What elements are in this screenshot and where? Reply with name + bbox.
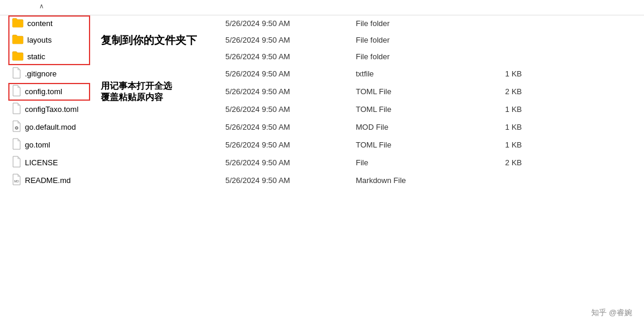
file-name-cell: configTaxo.toml [12, 102, 225, 116]
file-name: go.toml [25, 140, 50, 149]
file-icon [12, 67, 21, 81]
file-icon [12, 102, 21, 116]
file-size: 1 KB [474, 123, 534, 131]
folder-icon [12, 34, 24, 46]
file-size: 2 KB [474, 158, 534, 167]
file-date: 5/26/2024 9:50 AM [225, 19, 356, 28]
file-type: txtfile [356, 69, 474, 78]
files-list: content 5/26/2024 9:50 AM File folder la… [0, 15, 644, 190]
watermark: 知乎 @睿婉 [591, 307, 632, 318]
file-date: 5/26/2024 9:50 AM [225, 140, 356, 149]
svg-text:MD: MD [14, 179, 19, 183]
svg-point-1 [16, 127, 17, 129]
file-name: LICENSE [25, 158, 58, 167]
file-type: Markdown File [356, 176, 474, 185]
file-type: TOML File [356, 140, 474, 149]
folder-icon [12, 50, 24, 63]
folder-icon [12, 17, 24, 30]
file-date: 5/26/2024 9:50 AM [225, 123, 356, 131]
file-name: layouts [27, 36, 52, 44]
file-md-icon: MD [12, 174, 21, 187]
file-name-cell: config.toml [12, 85, 225, 98]
file-name: configTaxo.toml [25, 105, 78, 114]
file-date: 5/26/2024 9:50 AM [225, 52, 356, 61]
file-date: 5/26/2024 9:50 AM [225, 36, 356, 44]
table-row[interactable]: static 5/26/2024 9:50 AM File folder [0, 49, 644, 65]
file-name: static [27, 52, 45, 61]
file-name: config.toml [25, 87, 62, 96]
file-name: content [27, 19, 53, 28]
file-type: File folder [356, 36, 474, 44]
table-row[interactable]: layouts 5/26/2024 9:50 AM File folder 复制… [0, 32, 644, 49]
file-type: File [356, 158, 474, 167]
file-type: File folder [356, 52, 474, 61]
table-row[interactable]: go.default.mod 5/26/2024 9:50 AM MOD Fil… [0, 118, 644, 136]
file-name-cell: static [12, 50, 225, 63]
table-row[interactable]: go.toml 5/26/2024 9:50 AM TOML File 1 KB [0, 136, 644, 154]
file-date: 5/26/2024 9:50 AM [225, 158, 356, 167]
file-type: TOML File [356, 87, 474, 96]
file-size: 1 KB [474, 69, 534, 78]
table-row[interactable]: .gitignore 5/26/2024 9:50 AM txtfile 1 K… [0, 65, 644, 83]
table-row[interactable]: config.toml 5/26/2024 9:50 AM TOML File … [0, 83, 644, 101]
file-type: File folder [356, 19, 474, 28]
file-name: .gitignore [25, 69, 56, 78]
table-row[interactable]: configTaxo.toml 5/26/2024 9:50 AM TOML F… [0, 101, 644, 118]
file-size: 1 KB [474, 105, 534, 114]
file-name-cell: LICENSE [12, 156, 225, 169]
file-date: 5/26/2024 9:50 AM [225, 176, 356, 185]
file-icon [12, 156, 21, 169]
file-name-cell: go.default.mod [12, 120, 225, 134]
table-row[interactable]: LICENSE 5/26/2024 9:50 AM File 2 KB [0, 154, 644, 172]
file-size: 1 KB [474, 140, 534, 149]
file-icon [12, 85, 21, 98]
column-headers [0, 10, 644, 15]
file-name: go.default.mod [25, 123, 76, 131]
file-name: README.md [25, 176, 71, 185]
file-gear-icon [12, 120, 21, 134]
file-name-cell: content [12, 17, 225, 30]
sort-arrow-icon: ∧ [39, 2, 44, 9]
file-icon [12, 138, 21, 152]
file-size: 2 KB [474, 87, 534, 96]
file-name-cell: layouts [12, 34, 225, 46]
file-name-cell: go.toml [12, 138, 225, 152]
table-row[interactable]: content 5/26/2024 9:50 AM File folder [0, 15, 644, 32]
file-date: 5/26/2024 9:50 AM [225, 69, 356, 78]
file-name-cell: .gitignore [12, 67, 225, 81]
file-date: 5/26/2024 9:50 AM [225, 87, 356, 96]
file-type: TOML File [356, 105, 474, 114]
file-date: 5/26/2024 9:50 AM [225, 105, 356, 114]
table-row[interactable]: MD README.md 5/26/2024 9:50 AM Markdown … [0, 172, 644, 190]
file-name-cell: MD README.md [12, 174, 225, 187]
file-type: MOD File [356, 123, 474, 131]
file-explorer: ∧ content 5/26/2024 9:50 AM File folder … [0, 0, 644, 324]
